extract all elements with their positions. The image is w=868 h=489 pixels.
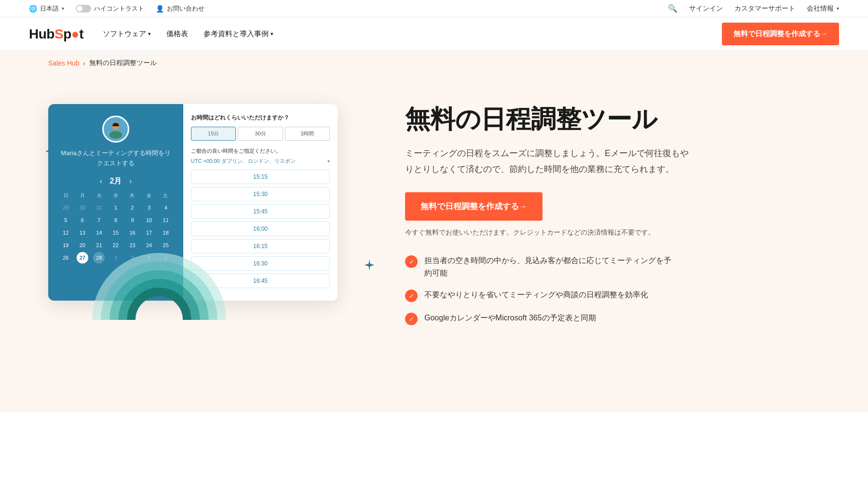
- mock-meeting-title: Mariaさんとミーティングする時間をリクエストする: [58, 148, 174, 169]
- prev-month-button[interactable]: ‹: [100, 177, 102, 185]
- rainbow-svg: [87, 224, 231, 320]
- avatar-person-icon: [106, 119, 125, 139]
- top-utility-bar: 🌐 日本語 ▾ ハイコントラスト 👤 お問い合わせ 🔍 サインイン カスタマーサ…: [0, 0, 868, 17]
- timezone-label: UTC +00:00 ダブリン、ロンドン、リスボン: [191, 158, 326, 165]
- check-badge-2: ✓: [405, 290, 418, 302]
- hero-content: 無料の日程調整ツール ミーティングの日程をスムーズに調整しましょう。Eメールで何…: [405, 94, 820, 325]
- feature-list: ✓ 担当者の空き時間の中から、見込み客が都合に応じてミーティングを予約可能 ✓ …: [405, 254, 820, 325]
- breadcrumb-current-page: 無料の日程調整ツール: [89, 59, 157, 67]
- check-badge-3: ✓: [405, 313, 418, 325]
- cal-day[interactable]: 1: [110, 202, 122, 213]
- sparkle-decoration-1: [43, 143, 61, 163]
- duration-question: お時間はどれくらいいただけますか？: [191, 114, 330, 122]
- nav-links: ソフトウェア ▾ 価格表 参考資料と導入事例 ▾: [103, 29, 273, 39]
- mock-avatar: [58, 116, 174, 143]
- hubspot-logo[interactable]: HubSp●t: [29, 26, 83, 42]
- signin-link[interactable]: サインイン: [689, 4, 723, 13]
- check-badge-1: ✓: [405, 255, 418, 268]
- contrast-label: ハイコントラスト: [94, 4, 144, 13]
- company-label: 会社情報: [807, 4, 834, 13]
- language-label: 日本語: [40, 4, 59, 13]
- current-month: 2月: [110, 176, 122, 186]
- timeslot-1530[interactable]: 15:30: [191, 187, 330, 201]
- breadcrumb-parent-link[interactable]: Sales Hub: [48, 59, 80, 67]
- contrast-switch[interactable]: [76, 5, 91, 13]
- logo-text: HubSp●t: [29, 26, 83, 42]
- svg-point-1: [109, 131, 122, 139]
- avatar-circle: [102, 116, 129, 143]
- logo-spot: S: [54, 26, 63, 41]
- feature-text-3: GoogleカレンダーやMicrosoft 365の予定表と同期: [424, 312, 596, 324]
- feature-item-3: ✓ GoogleカレンダーやMicrosoft 365の予定表と同期: [405, 312, 820, 325]
- cal-day[interactable]: 29: [60, 202, 71, 213]
- hero-note: 今すぐ無料でお使いいただけます。クレジットカードなどの決済情報は不要です。: [405, 228, 820, 237]
- hero-title: 無料の日程調整ツール: [405, 104, 820, 134]
- feature-item-2: ✓ 不要なやりとりを省いてミーティングや商談の日程調整を効率化: [405, 289, 820, 302]
- support-link[interactable]: カスタマーサポート: [734, 4, 795, 13]
- nav-cta-button[interactable]: 無料で日程調整を作成する→: [722, 23, 839, 45]
- company-chevron: ▾: [837, 6, 839, 11]
- mock-month-nav: ‹ 2月 ›: [58, 176, 174, 186]
- company-menu[interactable]: 会社情報 ▾: [807, 4, 839, 13]
- calendar-header: 日 月 火 水 木 金 土: [58, 192, 174, 199]
- contact-label: お問い合わせ: [167, 4, 204, 13]
- contrast-toggle[interactable]: ハイコントラスト: [76, 4, 144, 13]
- nav-pricing[interactable]: 価格表: [166, 29, 188, 39]
- feature-text-2: 不要なやりとりを省いてミーティングや商談の日程調整を効率化: [424, 289, 648, 301]
- next-month-button[interactable]: ›: [129, 177, 132, 185]
- timeslot-1545[interactable]: 15:45: [191, 204, 330, 219]
- timezone-arrow[interactable]: ▾: [327, 159, 330, 164]
- resources-chevron: ▾: [271, 31, 273, 37]
- nav-software[interactable]: ソフトウェア ▾: [103, 29, 151, 39]
- breadcrumb: Sales Hub › 無料の日程調整ツール: [0, 51, 868, 75]
- main-navigation: HubSp●t ソフトウェア ▾ 価格表 参考資料と導入事例 ▾ 無料で日程調整…: [0, 17, 868, 51]
- duration-30min[interactable]: 30分: [238, 127, 283, 141]
- nav-left: HubSp●t ソフトウェア ▾ 価格表 参考資料と導入事例 ▾: [29, 26, 273, 42]
- cal-day[interactable]: 3: [143, 202, 155, 213]
- cal-day[interactable]: 26: [60, 252, 71, 264]
- timeslot-subtitle: ご都合の良い時間をご指定ください。: [191, 147, 330, 155]
- hero-illustration: Mariaさんとミーティングする時間をリクエストする ‹ 2月 › 日 月 火 …: [48, 94, 366, 301]
- cal-day[interactable]: 31: [93, 202, 105, 213]
- timezone-row: UTC +00:00 ダブリン、ロンドン、リスボン ▾: [191, 158, 330, 165]
- duration-15min[interactable]: 15分: [191, 127, 236, 141]
- cal-day[interactable]: 5: [60, 214, 71, 226]
- cal-day[interactable]: 2: [127, 202, 138, 213]
- cal-day[interactable]: 12: [60, 227, 71, 238]
- toggle-knob: [77, 6, 82, 12]
- duration-tabs: 15分 30分 1時間: [191, 127, 330, 141]
- contact-link[interactable]: 👤 お問い合わせ: [156, 4, 204, 13]
- globe-icon: 🌐: [29, 5, 37, 13]
- sparkle-decoration-2: [363, 258, 376, 275]
- cal-day[interactable]: 30: [77, 202, 88, 213]
- timeslot-1515[interactable]: 15:15: [191, 170, 330, 184]
- hero-cta-button[interactable]: 無料で日程調整を作成する→: [405, 192, 542, 221]
- software-chevron: ▾: [148, 31, 151, 37]
- search-icon[interactable]: 🔍: [668, 4, 678, 13]
- top-bar-left: 🌐 日本語 ▾ ハイコントラスト 👤 お問い合わせ: [29, 4, 204, 13]
- feature-text-1: 担当者の空き時間の中から、見込み客が都合に応じてミーティングを予約可能: [424, 254, 675, 279]
- hero-description: ミーティングの日程をスムーズに調整しましょう。Eメールで何往復もやりとりしなくて…: [405, 145, 694, 177]
- language-chevron: ▾: [62, 6, 64, 11]
- logo-dot: ●: [71, 26, 79, 41]
- nav-resources[interactable]: 参考資料と導入事例 ▾: [203, 29, 273, 39]
- hero-section: Mariaさんとミーティングする時間をリクエストする ‹ 2月 › 日 月 火 …: [0, 75, 868, 412]
- feature-item-1: ✓ 担当者の空き時間の中から、見込み客が都合に応じてミーティングを予約可能: [405, 254, 820, 279]
- cal-day[interactable]: 19: [60, 239, 71, 251]
- rainbow-decoration: [87, 224, 212, 320]
- person-icon: 👤: [156, 5, 164, 13]
- cal-day[interactable]: 4: [160, 202, 172, 213]
- language-selector[interactable]: 🌐 日本語 ▾: [29, 4, 64, 13]
- top-bar-right: 🔍 サインイン カスタマーサポート 会社情報 ▾: [668, 4, 839, 13]
- duration-1hour[interactable]: 1時間: [285, 127, 330, 141]
- breadcrumb-separator: ›: [83, 60, 85, 67]
